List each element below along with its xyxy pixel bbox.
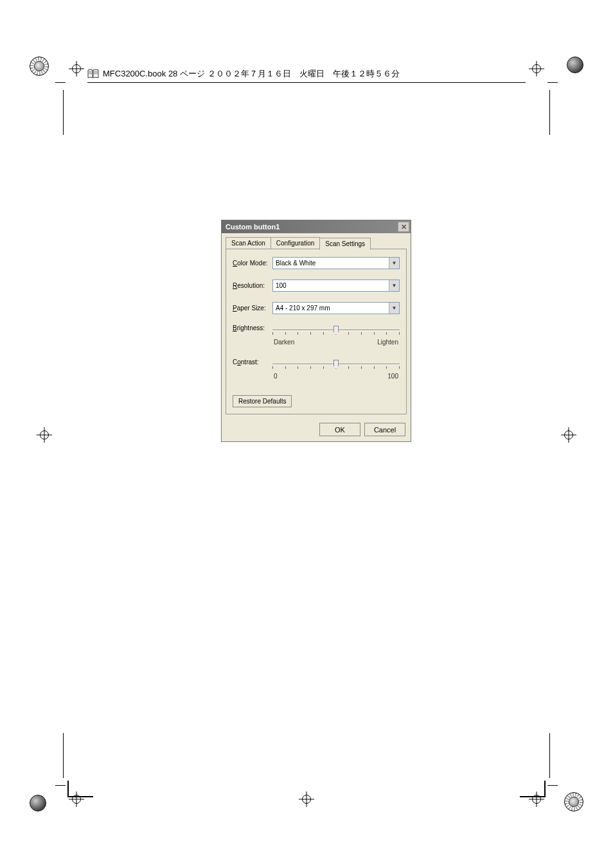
book-icon <box>87 69 99 79</box>
brightness-min-label: Darken <box>274 339 294 346</box>
paper-size-value: A4 - 210 x 297 mm <box>273 305 389 312</box>
contrast-min-label: 0 <box>274 373 278 380</box>
crop-mark <box>547 82 558 83</box>
close-icon: ✕ <box>401 223 407 231</box>
crop-mark <box>63 733 64 778</box>
crop-mark <box>549 733 550 778</box>
crosshair-icon <box>72 64 81 73</box>
crop-mark <box>63 90 64 135</box>
dialog-titlebar[interactable]: Custom button1 ✕ <box>222 220 411 233</box>
registration-icon <box>30 795 46 811</box>
paper-size-row: Paper Size: A4 - 210 x 297 mm ▼ <box>233 302 400 314</box>
dialog-title: Custom button1 <box>226 223 280 231</box>
crop-corner <box>520 781 546 797</box>
ok-button[interactable]: OK <box>319 423 360 436</box>
crosshair-icon <box>564 430 573 439</box>
crosshair-icon <box>302 795 311 804</box>
dropdown-arrow-icon[interactable]: ▼ <box>389 280 399 291</box>
color-mode-combo[interactable]: Black & White ▼ <box>272 257 400 269</box>
registration-icon <box>30 57 49 76</box>
brightness-max-label: Lighten <box>377 339 398 346</box>
tab-scan-action[interactable]: Scan Action <box>226 237 271 249</box>
brightness-label: Brightness: <box>233 324 269 332</box>
crop-corner <box>67 781 93 797</box>
paper-size-label: Paper Size: <box>233 305 269 312</box>
crosshair-icon <box>40 430 49 439</box>
resolution-row: Resolution: 100 ▼ <box>233 279 400 292</box>
dropdown-arrow-icon[interactable]: ▼ <box>389 303 399 314</box>
crop-mark <box>55 785 66 786</box>
brightness-slider[interactable] <box>272 324 400 337</box>
tab-scan-settings[interactable]: Scan Settings <box>319 238 371 250</box>
page-header: MFC3200C.book 28 ページ ２００２年７月１６日 火曜日 午後１２… <box>87 68 526 80</box>
contrast-max-label: 100 <box>387 373 398 380</box>
contrast-label: Contrast: <box>233 359 269 366</box>
cancel-button[interactable]: Cancel <box>364 423 405 436</box>
crop-mark <box>55 82 66 83</box>
paper-size-combo[interactable]: A4 - 210 x 297 mm ▼ <box>272 302 400 314</box>
color-mode-row: Color Mode: Black & White ▼ <box>233 257 400 269</box>
close-button[interactable]: ✕ <box>398 222 409 232</box>
crop-mark <box>549 90 550 135</box>
contrast-slider[interactable] <box>272 359 400 371</box>
dropdown-arrow-icon[interactable]: ▼ <box>389 258 399 269</box>
tabs: Scan Action Configuration Scan Settings <box>222 233 411 249</box>
crop-mark <box>547 785 558 786</box>
resolution-label: Resolution: <box>233 282 269 289</box>
tab-configuration[interactable]: Configuration <box>271 237 320 249</box>
brightness-row: Brightness: Darken Lighten <box>233 324 400 346</box>
resolution-value: 100 <box>273 282 389 289</box>
registration-icon <box>567 57 583 73</box>
scan-settings-panel: Color Mode: Black & White ▼ Resolution: … <box>226 249 407 414</box>
contrast-row: Contrast: 0 100 <box>233 359 400 380</box>
registration-icon <box>564 792 583 811</box>
color-mode-value: Black & White <box>273 260 389 267</box>
header-text: MFC3200C.book 28 ページ ２００２年７月１６日 火曜日 午後１２… <box>103 68 400 80</box>
dialog-button-row: OK Cancel <box>222 419 411 441</box>
custom-button-dialog: Custom button1 ✕ Scan Action Configurati… <box>221 220 411 442</box>
color-mode-label: Color Mode: <box>233 260 269 267</box>
restore-defaults-button[interactable]: Restore Defaults <box>233 395 292 407</box>
header-rule <box>87 82 526 83</box>
resolution-combo[interactable]: 100 ▼ <box>272 279 400 292</box>
crosshair-icon <box>532 64 541 73</box>
